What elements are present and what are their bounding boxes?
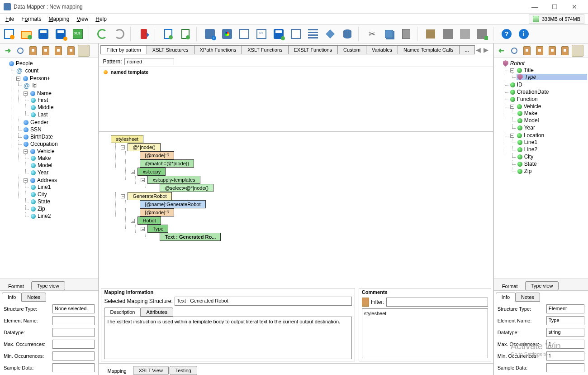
align4-button[interactable] <box>475 27 489 41</box>
right-clip3-button[interactable] <box>546 45 558 57</box>
align3-button[interactable] <box>458 27 472 41</box>
help-button[interactable]: ? <box>499 27 514 41</box>
target-tree[interactable]: Robot −Title Type ID CreationDate Functi… <box>495 60 587 176</box>
view-color-button[interactable] <box>220 27 234 41</box>
tab-prev-button[interactable]: ◀ <box>475 46 482 53</box>
close-button[interactable]: ✕ <box>564 0 584 13</box>
xslt-struct-tab[interactable]: XSLT Structures <box>147 45 194 54</box>
right-highlight-button[interactable] <box>572 45 583 57</box>
view1-button[interactable]: i <box>203 27 217 41</box>
right-type-view-tab[interactable]: Type view <box>525 281 559 290</box>
right-clip2-button[interactable] <box>534 45 545 57</box>
filter-result-row[interactable]: named template <box>99 67 493 77</box>
description-tab[interactable]: Description <box>104 308 141 317</box>
variables-tab[interactable]: Variables <box>366 45 398 54</box>
save-disk-button[interactable] <box>271 27 286 41</box>
menu-help[interactable]: Help <box>92 15 110 23</box>
right-info-tab[interactable]: Info <box>496 293 516 302</box>
redo-button[interactable] <box>112 27 127 41</box>
r-min-occur[interactable]: 1 <box>546 351 584 361</box>
xslt-view-tab[interactable]: XSLT View <box>133 366 169 375</box>
element-name-input[interactable] <box>52 316 95 325</box>
attributes-tab[interactable]: Attributes <box>140 308 173 317</box>
doc1-button[interactable] <box>237 27 251 41</box>
db-button[interactable] <box>340 27 355 41</box>
comments-list[interactable]: stylesheet <box>362 308 488 358</box>
left-search-button[interactable] <box>14 45 26 57</box>
tab-next-button[interactable]: ▶ <box>483 46 489 53</box>
info-button[interactable]: i <box>517 27 531 41</box>
menu-view[interactable]: View <box>73 15 92 23</box>
paste-button[interactable] <box>399 27 413 41</box>
minimize-button[interactable]: — <box>525 0 545 13</box>
new-button[interactable] <box>2 27 16 41</box>
right-clip1-button[interactable] <box>521 45 533 57</box>
datatype-input[interactable] <box>52 328 95 337</box>
custom-tab[interactable]: Custom <box>337 45 366 54</box>
search-icon <box>17 48 24 54</box>
add-doc-button[interactable] <box>161 27 175 41</box>
cut-button[interactable]: ✂ <box>365 27 379 41</box>
window-title: Data Mapper : New mapping <box>14 4 525 10</box>
undo-button[interactable] <box>95 27 109 41</box>
left-highlight-button[interactable] <box>78 45 90 57</box>
max-occur-input[interactable] <box>52 340 95 349</box>
left-add-button[interactable]: ➜ <box>2 45 14 57</box>
testing-tab[interactable]: Testing <box>170 366 197 375</box>
r-datatype[interactable]: string <box>546 328 584 337</box>
r-element-name[interactable]: Type <box>546 316 584 325</box>
arrow-right-icon: ➜ <box>5 46 11 55</box>
notes-tab[interactable]: Notes <box>21 293 46 302</box>
struct-type-input[interactable]: None selected. <box>52 304 95 313</box>
collapse-toggle[interactable]: − <box>16 77 20 81</box>
more-tab[interactable]: ... <box>459 45 475 54</box>
r-sample-data[interactable] <box>546 363 584 372</box>
right-add-button[interactable]: ➜ <box>496 45 507 57</box>
doc-settings-button[interactable] <box>178 27 193 41</box>
app-icon <box>4 3 11 10</box>
mapping-tab[interactable]: Mapping <box>102 367 132 375</box>
copy-button[interactable] <box>382 27 396 41</box>
xslt-func-tab[interactable]: XSLT Functions <box>242 45 288 54</box>
grid-button[interactable] <box>306 27 320 41</box>
left-clip4-button[interactable] <box>65 45 77 57</box>
align1-button[interactable] <box>423 27 438 41</box>
left-clip2-button[interactable] <box>40 45 52 57</box>
doc2-button[interactable]: </> <box>254 27 269 41</box>
left-clip3-button[interactable] <box>52 45 64 57</box>
menu-file[interactable]: File <box>2 15 18 23</box>
r-struct-type[interactable]: Element <box>546 304 584 313</box>
right-clip4-button[interactable] <box>559 45 571 57</box>
info-tab[interactable]: Info <box>2 293 22 302</box>
memory-widget[interactable]: 333MB of 574MB <box>529 14 584 24</box>
info-icon: i <box>519 29 529 39</box>
left-clip1-button[interactable] <box>27 45 39 57</box>
pattern-input[interactable] <box>124 58 174 65</box>
menu-formats[interactable]: Formats <box>18 15 45 23</box>
selected-mapping-input[interactable]: Text : Generated Robot <box>175 297 352 306</box>
save-as-button[interactable] <box>53 27 68 41</box>
export-xls-button[interactable] <box>71 27 85 41</box>
align2-button[interactable] <box>441 27 455 41</box>
min-occur-input[interactable] <box>52 351 95 361</box>
exslt-tab[interactable]: EXSLT Functions <box>288 45 338 54</box>
type-view-tab[interactable]: Type view <box>31 281 65 290</box>
doc3-button[interactable] <box>289 27 303 41</box>
xpath-tab[interactable]: XPath Functions <box>194 45 242 54</box>
source-tree[interactable]: People count −Person+ id −Name First Mid… <box>1 60 97 221</box>
open-button[interactable] <box>19 27 33 41</box>
comments-filter-input[interactable] <box>386 298 488 307</box>
mapping-diagram[interactable]: stylesheet −@*|node() [@mode]:? @match=@… <box>99 132 493 286</box>
right-search-button[interactable] <box>508 45 520 57</box>
named-templates-tab[interactable]: Named Template Calls <box>398 45 459 54</box>
maximize-button[interactable]: ☐ <box>545 0 564 13</box>
exit-button[interactable] <box>137 27 151 41</box>
menu-mapping[interactable]: Mapping <box>45 15 73 23</box>
pattern-label: Pattern: <box>103 58 122 65</box>
save-button[interactable] <box>36 27 51 41</box>
sample-data-input[interactable] <box>52 363 95 372</box>
filter-tab[interactable]: Filter by pattern <box>100 45 147 54</box>
layers-button[interactable] <box>323 27 337 41</box>
r-max-occur[interactable]: 1 <box>546 340 584 349</box>
right-notes-tab[interactable]: Notes <box>515 293 540 302</box>
